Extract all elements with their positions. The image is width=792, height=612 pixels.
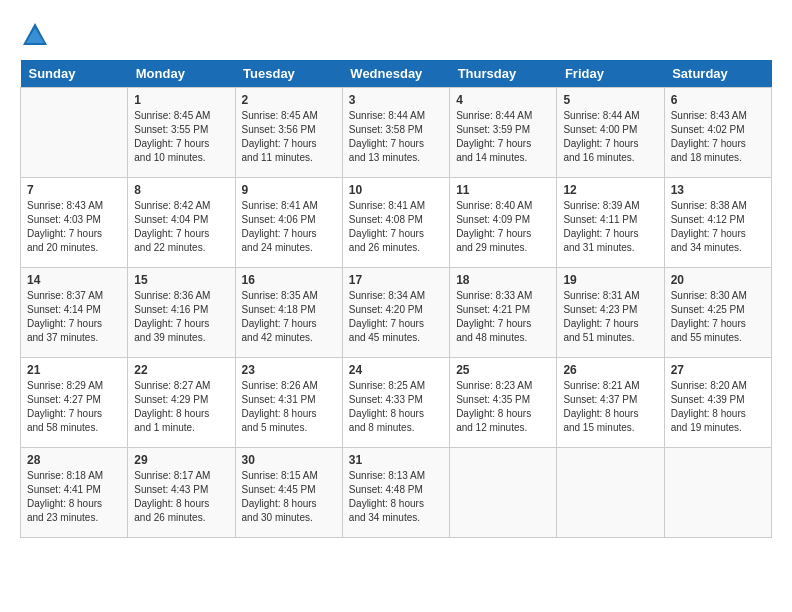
day-header-sunday: Sunday: [21, 60, 128, 88]
day-number: 9: [242, 183, 336, 197]
day-info: Sunrise: 8:25 AMSunset: 4:33 PMDaylight:…: [349, 379, 443, 435]
calendar-cell: 6Sunrise: 8:43 AMSunset: 4:02 PMDaylight…: [664, 88, 771, 178]
page-header: [20, 20, 772, 50]
day-info: Sunrise: 8:21 AMSunset: 4:37 PMDaylight:…: [563, 379, 657, 435]
day-number: 13: [671, 183, 765, 197]
day-number: 14: [27, 273, 121, 287]
calendar-cell: 13Sunrise: 8:38 AMSunset: 4:12 PMDayligh…: [664, 178, 771, 268]
day-info: Sunrise: 8:44 AMSunset: 3:59 PMDaylight:…: [456, 109, 550, 165]
calendar-cell: 20Sunrise: 8:30 AMSunset: 4:25 PMDayligh…: [664, 268, 771, 358]
calendar-cell: 10Sunrise: 8:41 AMSunset: 4:08 PMDayligh…: [342, 178, 449, 268]
day-info: Sunrise: 8:44 AMSunset: 3:58 PMDaylight:…: [349, 109, 443, 165]
day-number: 29: [134, 453, 228, 467]
calendar-cell: 21Sunrise: 8:29 AMSunset: 4:27 PMDayligh…: [21, 358, 128, 448]
day-info: Sunrise: 8:13 AMSunset: 4:48 PMDaylight:…: [349, 469, 443, 525]
day-number: 24: [349, 363, 443, 377]
calendar-cell: 4Sunrise: 8:44 AMSunset: 3:59 PMDaylight…: [450, 88, 557, 178]
day-info: Sunrise: 8:43 AMSunset: 4:03 PMDaylight:…: [27, 199, 121, 255]
calendar-cell: 3Sunrise: 8:44 AMSunset: 3:58 PMDaylight…: [342, 88, 449, 178]
calendar-cell: 14Sunrise: 8:37 AMSunset: 4:14 PMDayligh…: [21, 268, 128, 358]
week-row-2: 7Sunrise: 8:43 AMSunset: 4:03 PMDaylight…: [21, 178, 772, 268]
day-info: Sunrise: 8:30 AMSunset: 4:25 PMDaylight:…: [671, 289, 765, 345]
day-number: 21: [27, 363, 121, 377]
day-number: 10: [349, 183, 443, 197]
day-header-saturday: Saturday: [664, 60, 771, 88]
day-info: Sunrise: 8:20 AMSunset: 4:39 PMDaylight:…: [671, 379, 765, 435]
calendar-cell: [664, 448, 771, 538]
day-info: Sunrise: 8:42 AMSunset: 4:04 PMDaylight:…: [134, 199, 228, 255]
day-number: 17: [349, 273, 443, 287]
day-number: 7: [27, 183, 121, 197]
day-info: Sunrise: 8:31 AMSunset: 4:23 PMDaylight:…: [563, 289, 657, 345]
day-number: 22: [134, 363, 228, 377]
calendar-cell: 8Sunrise: 8:42 AMSunset: 4:04 PMDaylight…: [128, 178, 235, 268]
day-header-monday: Monday: [128, 60, 235, 88]
day-info: Sunrise: 8:29 AMSunset: 4:27 PMDaylight:…: [27, 379, 121, 435]
day-number: 4: [456, 93, 550, 107]
day-info: Sunrise: 8:15 AMSunset: 4:45 PMDaylight:…: [242, 469, 336, 525]
calendar-cell: 17Sunrise: 8:34 AMSunset: 4:20 PMDayligh…: [342, 268, 449, 358]
calendar-cell: 24Sunrise: 8:25 AMSunset: 4:33 PMDayligh…: [342, 358, 449, 448]
calendar-cell: 11Sunrise: 8:40 AMSunset: 4:09 PMDayligh…: [450, 178, 557, 268]
calendar-cell: 5Sunrise: 8:44 AMSunset: 4:00 PMDaylight…: [557, 88, 664, 178]
day-info: Sunrise: 8:26 AMSunset: 4:31 PMDaylight:…: [242, 379, 336, 435]
day-number: 27: [671, 363, 765, 377]
day-number: 18: [456, 273, 550, 287]
calendar-cell: 18Sunrise: 8:33 AMSunset: 4:21 PMDayligh…: [450, 268, 557, 358]
day-header-wednesday: Wednesday: [342, 60, 449, 88]
day-number: 5: [563, 93, 657, 107]
calendar-cell: 16Sunrise: 8:35 AMSunset: 4:18 PMDayligh…: [235, 268, 342, 358]
day-number: 12: [563, 183, 657, 197]
calendar-cell: 19Sunrise: 8:31 AMSunset: 4:23 PMDayligh…: [557, 268, 664, 358]
calendar-cell: 23Sunrise: 8:26 AMSunset: 4:31 PMDayligh…: [235, 358, 342, 448]
calendar-cell: 31Sunrise: 8:13 AMSunset: 4:48 PMDayligh…: [342, 448, 449, 538]
day-info: Sunrise: 8:36 AMSunset: 4:16 PMDaylight:…: [134, 289, 228, 345]
day-info: Sunrise: 8:40 AMSunset: 4:09 PMDaylight:…: [456, 199, 550, 255]
calendar-cell: 29Sunrise: 8:17 AMSunset: 4:43 PMDayligh…: [128, 448, 235, 538]
day-number: 31: [349, 453, 443, 467]
calendar-cell: 7Sunrise: 8:43 AMSunset: 4:03 PMDaylight…: [21, 178, 128, 268]
calendar-cell: 15Sunrise: 8:36 AMSunset: 4:16 PMDayligh…: [128, 268, 235, 358]
day-number: 2: [242, 93, 336, 107]
day-number: 19: [563, 273, 657, 287]
day-info: Sunrise: 8:37 AMSunset: 4:14 PMDaylight:…: [27, 289, 121, 345]
day-info: Sunrise: 8:45 AMSunset: 3:56 PMDaylight:…: [242, 109, 336, 165]
day-header-friday: Friday: [557, 60, 664, 88]
calendar-cell: [21, 88, 128, 178]
day-info: Sunrise: 8:18 AMSunset: 4:41 PMDaylight:…: [27, 469, 121, 525]
day-number: 16: [242, 273, 336, 287]
day-info: Sunrise: 8:34 AMSunset: 4:20 PMDaylight:…: [349, 289, 443, 345]
day-info: Sunrise: 8:35 AMSunset: 4:18 PMDaylight:…: [242, 289, 336, 345]
calendar-cell: 27Sunrise: 8:20 AMSunset: 4:39 PMDayligh…: [664, 358, 771, 448]
week-row-1: 1Sunrise: 8:45 AMSunset: 3:55 PMDaylight…: [21, 88, 772, 178]
day-number: 6: [671, 93, 765, 107]
day-info: Sunrise: 8:38 AMSunset: 4:12 PMDaylight:…: [671, 199, 765, 255]
day-header-tuesday: Tuesday: [235, 60, 342, 88]
calendar-cell: 1Sunrise: 8:45 AMSunset: 3:55 PMDaylight…: [128, 88, 235, 178]
logo-icon: [20, 20, 50, 50]
week-row-3: 14Sunrise: 8:37 AMSunset: 4:14 PMDayligh…: [21, 268, 772, 358]
day-number: 20: [671, 273, 765, 287]
calendar-cell: 12Sunrise: 8:39 AMSunset: 4:11 PMDayligh…: [557, 178, 664, 268]
calendar-cell: 28Sunrise: 8:18 AMSunset: 4:41 PMDayligh…: [21, 448, 128, 538]
day-number: 1: [134, 93, 228, 107]
day-number: 25: [456, 363, 550, 377]
calendar-cell: 26Sunrise: 8:21 AMSunset: 4:37 PMDayligh…: [557, 358, 664, 448]
week-row-5: 28Sunrise: 8:18 AMSunset: 4:41 PMDayligh…: [21, 448, 772, 538]
calendar-cell: 9Sunrise: 8:41 AMSunset: 4:06 PMDaylight…: [235, 178, 342, 268]
day-number: 8: [134, 183, 228, 197]
calendar-cell: 25Sunrise: 8:23 AMSunset: 4:35 PMDayligh…: [450, 358, 557, 448]
calendar-cell: [557, 448, 664, 538]
day-info: Sunrise: 8:43 AMSunset: 4:02 PMDaylight:…: [671, 109, 765, 165]
day-info: Sunrise: 8:39 AMSunset: 4:11 PMDaylight:…: [563, 199, 657, 255]
day-number: 11: [456, 183, 550, 197]
calendar-table: SundayMondayTuesdayWednesdayThursdayFrid…: [20, 60, 772, 538]
day-number: 23: [242, 363, 336, 377]
calendar-cell: [450, 448, 557, 538]
day-info: Sunrise: 8:33 AMSunset: 4:21 PMDaylight:…: [456, 289, 550, 345]
calendar-cell: 2Sunrise: 8:45 AMSunset: 3:56 PMDaylight…: [235, 88, 342, 178]
day-info: Sunrise: 8:23 AMSunset: 4:35 PMDaylight:…: [456, 379, 550, 435]
day-number: 15: [134, 273, 228, 287]
calendar-cell: 22Sunrise: 8:27 AMSunset: 4:29 PMDayligh…: [128, 358, 235, 448]
day-info: Sunrise: 8:27 AMSunset: 4:29 PMDaylight:…: [134, 379, 228, 435]
